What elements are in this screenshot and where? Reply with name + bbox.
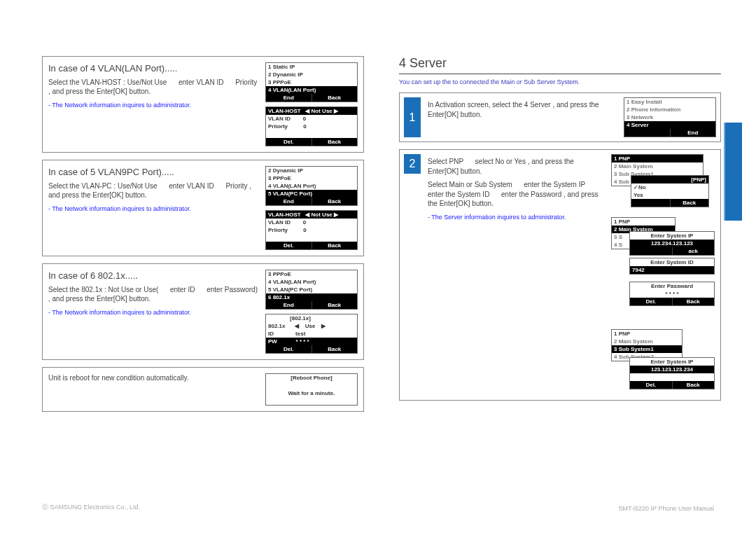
step-number: 1 <box>404 97 421 137</box>
block-text: Select the VLAN-HOST : Use/Not Use enter… <box>48 78 258 97</box>
lcd-pnp-group: 1 PNP 2 Main System 3 Sub System1 4 Sub … <box>611 154 709 210</box>
block-title: In case of 5 VLAN9PC Port)..... <box>48 166 258 179</box>
block-vlan-pc: In case of 5 VLAN9PC Port)..... Select t… <box>42 160 364 256</box>
lcd-screen: VLAN-HOST ◀ Not Use ▶ VLAN ID 0 Priiorty… <box>265 106 358 146</box>
block-title: In case of 6 802.1x..... <box>48 270 258 282</box>
lcd-main-group: 1 PNP 2 Main System 3 S 4 S Enter System… <box>611 217 716 322</box>
block-text: Select the 802.1x : Not Use or Use( ente… <box>48 285 258 304</box>
step-2: 2 Select PNP select No or Yes , and pres… <box>399 149 721 401</box>
admin-note: - The Server information inquires to adm… <box>428 213 604 221</box>
right-column: 4 Server You can set up the to connected… <box>399 56 721 419</box>
admin-note: - The Network information inquires to ad… <box>48 205 258 213</box>
lcd-sub-group: 1 PNP 2 Main System 3 Sub System1 4 Sub … <box>611 329 716 396</box>
block-reboot: Unit is reboot for new condition automat… <box>42 367 364 412</box>
block-8021x: In case of 6 802.1x..... Select the 802.… <box>42 263 364 360</box>
block-title: In case of 4 VLAN(LAN Port)..... <box>48 62 258 75</box>
lcd-screen: 1 Static IP 2 Dynamic IP 3 PPPoE 4 VLAN(… <box>265 62 358 102</box>
server-intro: You can set up the to connected the Main… <box>399 78 721 85</box>
reboot-text: Unit is reboot for new condition automat… <box>48 373 258 383</box>
footer-left: ⓒ SAMSUNG Electronics Co., Ltd. <box>42 503 140 512</box>
lcd-screen: Enter System IP 123.234.123.123 ack <box>629 231 715 256</box>
side-tab-label: Preparations <box>724 130 739 215</box>
lcd-screen: 1 Easy Install 2 Phone Information 3 Net… <box>624 97 716 137</box>
lcd-stack: 1 Static IP 2 Dynamic IP 3 PPPoE 4 VLAN(… <box>265 62 358 146</box>
admin-note: - The Network information inquires to ad… <box>48 308 258 317</box>
server-title: 4 Server <box>399 56 721 74</box>
lcd-screen: 3 PPPoE 4 VLAN(LAN Port) 5 VLAN(PC Port)… <box>265 270 358 310</box>
block-vlan-lan: In case of 4 VLAN(LAN Port)..... Select … <box>42 56 364 153</box>
lcd-screen: [PNP] No Yes Back <box>631 175 709 207</box>
step-1: 1 In Activation screen, select the 4 Ser… <box>399 92 721 142</box>
page: In case of 4 VLAN(LAN Port)..... Select … <box>0 0 756 440</box>
footer-right: SMT-i5220 IP Phone User Manual <box>619 505 714 512</box>
lcd-screen: 2 Dynamic IP 3 PPPoE 4 VLAN(LAN Port) 5 … <box>265 166 358 206</box>
lcd-screen: Enter System ID 7942 <box>629 258 715 275</box>
lcd-screen: Enter Passward * * * * Del.Back <box>629 282 715 306</box>
step-text: In Activation screen, select the 4 Serve… <box>428 97 617 137</box>
left-column: In case of 4 VLAN(LAN Port)..... Select … <box>42 56 364 419</box>
step-number: 2 <box>404 154 421 174</box>
step-text: Select PNP select No or Yes , and press … <box>428 154 604 221</box>
lcd-screen: [Reboot Phone] Wait for a minute. <box>265 373 358 406</box>
lcd-screen: VLAN-HOST ◀ Not Use ▶ VLAN ID 0 Priiorty… <box>265 210 358 250</box>
lcd-screen: Enter System IP 123.123.123.234 Del.Back <box>629 357 715 389</box>
block-text: Select the VLAN-PC : Use/Not Use enter V… <box>48 181 258 200</box>
admin-note: - The Network information inquires to ad… <box>48 101 258 109</box>
lcd-screen: [802.1x] 802.1x ◀ Use ▶ ID test PW * * *… <box>265 314 358 354</box>
